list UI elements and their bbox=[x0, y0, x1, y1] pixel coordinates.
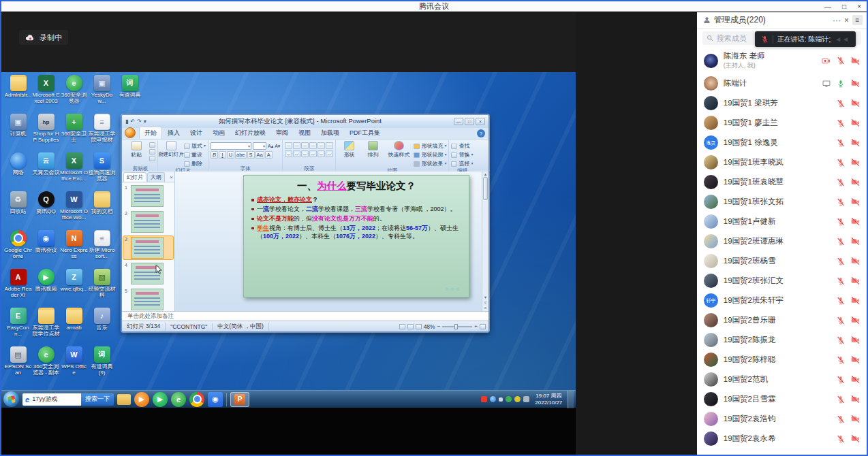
camera-off-icon[interactable] bbox=[851, 237, 860, 246]
close-pane-icon[interactable]: × bbox=[170, 174, 173, 180]
taskbar-app-icon[interactable]: ▶ bbox=[134, 392, 149, 407]
grow-font-icon[interactable]: A▴ bbox=[268, 142, 273, 150]
sogou-tray-icon[interactable] bbox=[481, 396, 487, 402]
shape-outline-button[interactable]: 形状轮廓▾ bbox=[414, 151, 446, 159]
mic-off-icon[interactable] bbox=[837, 198, 845, 206]
taskbar-clock[interactable]: 19:07 周四 2022/10/27 bbox=[532, 393, 565, 406]
decrease-indent-icon[interactable] bbox=[301, 142, 309, 149]
mic-off-icon[interactable] bbox=[837, 277, 845, 285]
find-button[interactable]: 查找 bbox=[451, 142, 473, 150]
previous-slide-icon[interactable]: » bbox=[483, 302, 488, 304]
slide-scrollbar[interactable]: ▲ ▼ » « bbox=[482, 172, 489, 311]
more-options-icon[interactable]: ··· bbox=[833, 16, 841, 25]
mic-off-icon[interactable] bbox=[837, 218, 845, 226]
mic-on-icon[interactable] bbox=[837, 80, 845, 88]
member-row[interactable]: 19国贸1班李晓岚 bbox=[697, 152, 867, 172]
mic-off-icon[interactable] bbox=[837, 435, 845, 443]
camera-off-icon[interactable] bbox=[851, 56, 860, 65]
camera-off-icon[interactable] bbox=[851, 99, 860, 108]
desktop-icon[interactable]: E EasyConn... bbox=[4, 308, 32, 346]
quick-access-toolbar[interactable]: ▮↶↷▾ bbox=[125, 119, 146, 125]
slideshow-view-icon[interactable] bbox=[416, 324, 422, 329]
camera-off-icon[interactable] bbox=[851, 197, 860, 206]
mic-off-icon[interactable] bbox=[837, 316, 845, 325]
close-button[interactable]: × bbox=[857, 3, 861, 10]
desktop-icon[interactable]: N Nero Express bbox=[60, 230, 88, 269]
mic-off-icon[interactable] bbox=[837, 56, 845, 65]
desktop-icon[interactable]: Google Chrome bbox=[4, 230, 32, 269]
member-row[interactable]: 19国贸1 廖圭兰 bbox=[697, 113, 867, 133]
mic-off-icon[interactable] bbox=[837, 159, 845, 167]
fit-to-window-icon[interactable] bbox=[480, 324, 486, 329]
member-row[interactable]: 19国贸1 梁琪芳 bbox=[697, 93, 867, 113]
camera-off-icon[interactable] bbox=[851, 375, 860, 384]
align-right-icon[interactable] bbox=[301, 150, 309, 157]
redo-icon[interactable]: ↷ bbox=[137, 119, 142, 125]
ribbon-tab[interactable]: 动画 bbox=[208, 127, 230, 139]
mic-off-icon[interactable] bbox=[837, 356, 845, 364]
office-button[interactable] bbox=[125, 127, 136, 138]
align-center-icon[interactable] bbox=[293, 150, 300, 157]
desktop-icon[interactable]: e 360安全浏览器 bbox=[60, 75, 88, 114]
desktop-icon[interactable]: 云 天翼云会议 bbox=[32, 152, 60, 191]
member-row[interactable]: 19国贸2曾乐珊 bbox=[697, 310, 867, 330]
ribbon-tab[interactable]: 视图 bbox=[294, 127, 315, 139]
select-button[interactable]: 选择▾ bbox=[451, 160, 473, 167]
start-button[interactable] bbox=[3, 391, 19, 407]
taskbar-app-icon[interactable] bbox=[117, 394, 131, 405]
slide-editor[interactable]: 一、为什么要写毕业论文？ 成亦论文，败亦论文？ 一流学校看论文，二流学校看课题，… bbox=[175, 172, 482, 311]
zoom-slider-thumb[interactable] bbox=[454, 324, 458, 329]
maximize-button[interactable]: □ bbox=[842, 3, 846, 10]
member-row[interactable]: 19国贸2班谭惠琳 bbox=[697, 231, 867, 251]
copy-icon[interactable] bbox=[149, 149, 155, 154]
desktop-icon[interactable]: 我的文档 bbox=[88, 191, 116, 230]
desktop-icon[interactable]: ◉ 腾讯会议 bbox=[32, 230, 60, 269]
shape-effects-button[interactable]: 形状效果▾ bbox=[414, 160, 446, 167]
next-slide-icon[interactable]: « bbox=[483, 307, 488, 310]
desktop-icon[interactable]: X Microsoft Excel 2003 bbox=[32, 75, 60, 114]
member-row[interactable]: 陈海东 老师 (主持人, 我) bbox=[697, 48, 867, 74]
bullet-list-icon[interactable] bbox=[285, 142, 292, 149]
numbered-list-icon[interactable] bbox=[293, 142, 300, 149]
tab-outline[interactable]: 大纲 bbox=[147, 172, 165, 182]
tray-icon[interactable] bbox=[514, 396, 521, 402]
camera-off-icon[interactable] bbox=[851, 217, 860, 226]
camera-off-icon[interactable] bbox=[851, 138, 860, 147]
member-row[interactable]: 陈端计 bbox=[697, 74, 867, 93]
desktop-icon[interactable]: Administr... bbox=[4, 75, 32, 114]
mic-off-icon[interactable] bbox=[837, 415, 845, 423]
quick-styles-button[interactable]: 快速样式 bbox=[386, 141, 412, 159]
zoom-slider[interactable] bbox=[442, 326, 472, 327]
desktop-icon[interactable]: Q 腾讯QQ bbox=[32, 191, 60, 230]
desktop-icon[interactable]: ≡ 东莞理工学院申报材料... bbox=[88, 114, 116, 152]
mic-off-icon[interactable] bbox=[837, 238, 845, 246]
desktop-icon[interactable]: 东莞理工学院学位点材料... bbox=[32, 308, 60, 346]
mic-off-icon[interactable] bbox=[837, 99, 845, 108]
font-style-button[interactable]: B bbox=[211, 151, 218, 159]
camera-off-icon[interactable] bbox=[851, 395, 860, 404]
ime-tray-icon[interactable] bbox=[523, 396, 529, 402]
desktop-icon[interactable]: S 搜狗高速浏览器 bbox=[88, 152, 116, 191]
desktop-icon[interactable]: 词 有道词典 bbox=[116, 75, 144, 114]
member-row[interactable]: 逸灵 19国贸1 徐逸灵 bbox=[697, 133, 867, 152]
help-icon[interactable]: ? bbox=[477, 129, 485, 137]
taskbar-search-text[interactable]: 17yy游戏 bbox=[32, 395, 57, 404]
ppt-close-button[interactable]: × bbox=[476, 118, 485, 125]
desktop-icon[interactable]: ♻ 回收站 bbox=[4, 191, 32, 230]
member-row[interactable]: 19国贸1班张文拓 bbox=[697, 192, 867, 212]
mic-off-icon[interactable] bbox=[837, 178, 845, 186]
delete-button[interactable]: 删除 bbox=[184, 160, 206, 167]
slide-thumbnail[interactable]: 1 bbox=[123, 184, 173, 208]
shape-fill-button[interactable]: 形状填充▾ bbox=[414, 142, 446, 150]
slide-sorter-icon[interactable] bbox=[407, 324, 414, 329]
slide-content-box[interactable]: 一、为什么要写毕业论文？ 成亦论文，败亦论文？ 一流学校看论文，二流学校看课题，… bbox=[243, 175, 469, 297]
ribbon-tab[interactable]: 插入 bbox=[163, 127, 185, 139]
taskbar-powerpoint-button[interactable]: P bbox=[230, 392, 249, 407]
member-row[interactable]: 19国贸2袁浩钧 bbox=[697, 409, 867, 429]
notes-pane[interactable]: 单击此处添加备注 bbox=[122, 311, 489, 321]
camera-off-icon[interactable] bbox=[851, 414, 860, 423]
member-row[interactable]: 19国贸2吕雪霖 bbox=[697, 389, 867, 409]
ribbon-tab[interactable]: 审阅 bbox=[271, 127, 293, 139]
minimize-button[interactable]: — bbox=[824, 3, 831, 10]
normal-view-icon[interactable] bbox=[399, 324, 405, 329]
